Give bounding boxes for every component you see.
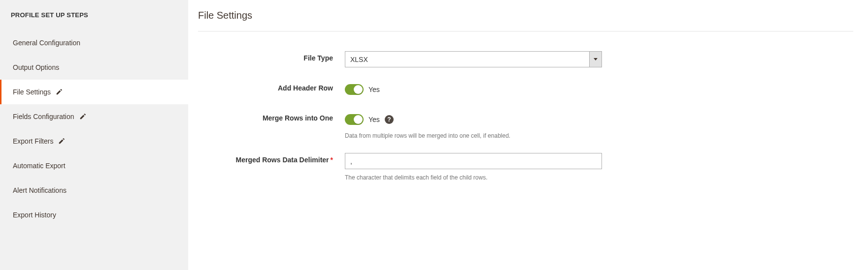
required-asterisk: * xyxy=(331,156,333,164)
divider xyxy=(198,31,853,31)
sidebar-item-general-configuration[interactable]: General Configuration xyxy=(0,30,188,55)
sidebar-item-label: Export History xyxy=(13,211,56,219)
sidebar-item-alert-notifications[interactable]: Alert Notifications xyxy=(0,178,188,203)
label-add-header: Add Header Row xyxy=(198,81,345,92)
sidebar-item-automatic-export[interactable]: Automatic Export xyxy=(0,153,188,178)
sidebar-item-label: Export Filters xyxy=(13,137,53,145)
delimiter-input[interactable] xyxy=(345,153,602,169)
add-header-toggle[interactable] xyxy=(345,84,364,95)
sidebar-item-fields-configuration[interactable]: Fields Configuration xyxy=(0,104,188,129)
merge-rows-state: Yes xyxy=(368,116,380,123)
merge-rows-toggle[interactable] xyxy=(345,114,364,125)
file-type-select[interactable]: XLSX xyxy=(345,51,602,67)
sidebar-item-export-history[interactable]: Export History xyxy=(0,203,188,227)
sidebar-item-output-options[interactable]: Output Options xyxy=(0,55,188,80)
sidebar-item-label: General Configuration xyxy=(13,39,80,47)
pencil-icon xyxy=(56,89,63,95)
merge-rows-hint: Data from multiple rows will be merged i… xyxy=(345,132,510,139)
form-row-file-type: File Type XLSX xyxy=(198,51,853,67)
pencil-icon xyxy=(79,113,86,120)
file-type-value: XLSX xyxy=(345,56,589,63)
label-file-type: File Type xyxy=(198,51,345,62)
sidebar-item-label: Automatic Export xyxy=(13,162,66,170)
sidebar-item-label: Alert Notifications xyxy=(13,186,67,194)
pencil-icon xyxy=(58,138,65,145)
form-row-delimiter: Merged Rows Data Delimiter* The characte… xyxy=(198,153,853,181)
delimiter-hint: The character that delimits each field o… xyxy=(345,174,487,181)
sidebar-item-label: File Settings xyxy=(13,88,51,96)
sidebar: PROFILE SET UP STEPS General Configurati… xyxy=(0,0,188,270)
chevron-down-icon xyxy=(589,52,601,67)
toggle-knob xyxy=(354,85,363,94)
sidebar-item-label: Output Options xyxy=(13,63,59,71)
form-row-add-header: Add Header Row Yes xyxy=(198,81,853,97)
page-title: File Settings xyxy=(198,10,853,21)
label-merge-rows: Merge Rows into One xyxy=(198,111,345,122)
main-content: File Settings File Type XLSX Add Header … xyxy=(188,0,868,270)
add-header-state: Yes xyxy=(368,86,380,93)
sidebar-item-export-filters[interactable]: Export Filters xyxy=(0,129,188,153)
sidebar-item-file-settings[interactable]: File Settings xyxy=(0,80,188,104)
sidebar-item-label: Fields Configuration xyxy=(13,113,74,120)
help-icon[interactable]: ? xyxy=(385,115,394,124)
label-delimiter: Merged Rows Data Delimiter* xyxy=(198,153,345,164)
sidebar-title: PROFILE SET UP STEPS xyxy=(0,4,188,30)
toggle-knob xyxy=(354,115,363,124)
form-row-merge-rows: Merge Rows into One Yes ? Data from mult… xyxy=(198,111,853,139)
